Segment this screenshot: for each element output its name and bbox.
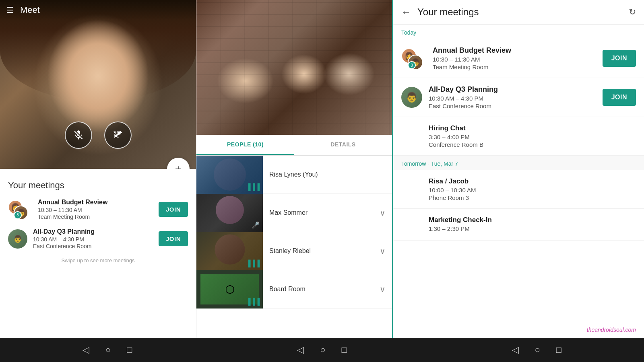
stanley-face (215, 234, 245, 265)
hiring-chat-room: Conference Room B (429, 141, 636, 148)
tomorrow-label: Tomorrow - Tue, Mar 7 (393, 156, 644, 170)
left-panel: ☰ Meet + Your meeting (0, 0, 196, 338)
risa-face (214, 158, 246, 191)
mute-icon-max: 🎤 (252, 221, 260, 229)
middle-panel: PEOPLE (10) DETAILS ▐▐▐ Risa Lynes (You)… (196, 0, 392, 338)
meet-header: ☰ Meet (0, 0, 196, 20)
risa-jacob-item: Risa / Jacob 10:00 – 10:30 AM Phone Room… (393, 170, 644, 209)
right-meeting-room-2: East Conference Room (429, 103, 603, 109)
meeting-title-1: Annual Budget Review (38, 199, 159, 206)
today-label: Today (393, 25, 644, 39)
hiring-chat-time: 3:30 – 4:00 PM (429, 134, 636, 140)
meeting-title-2: All-Day Q3 Planning (33, 228, 159, 235)
attendee-badge: 8 (14, 211, 22, 219)
participant-row-boardroom: ⬡ ▐▐▐ Board Room ∨ (196, 270, 392, 309)
bottom-nav: ◁ ○ □ ◁ ○ □ ◁ ○ □ (0, 338, 644, 362)
risa-jacob-title: Risa / Jacob (429, 177, 636, 185)
right-meeting-time-2: 10:30 AM – 4:30 PM (429, 95, 603, 102)
participants-list: ▐▐▐ Risa Lynes (You) 🎤 Max Sommer ∨ ▐▐▐ (196, 156, 392, 338)
app-title: Meet (20, 5, 40, 15)
marketing-time: 1:30 – 2:30 PM (429, 225, 636, 232)
tabs-bar: PEOPLE (10) DETAILS (196, 135, 392, 156)
expand-icon-stanley[interactable]: ∨ (373, 246, 392, 256)
avatar-face2: 👨 (8, 229, 27, 249)
expand-icon-max[interactable]: ∨ (373, 208, 392, 218)
tab-details[interactable]: DETAILS (294, 135, 392, 155)
nav-group-3: ◁ ○ □ (429, 345, 644, 355)
participant-video-boardroom: ⬡ ▐▐▐ (196, 270, 263, 309)
left-video: ☰ Meet + (0, 0, 196, 169)
camera-off-button[interactable] (104, 121, 132, 149)
call-controls (65, 121, 132, 149)
right-meeting-title-1: Annual Budget Review (433, 46, 603, 55)
group-video (196, 0, 392, 135)
marketing-title: Marketing Check-In (429, 216, 636, 224)
hamburger-icon[interactable]: ☰ (6, 5, 14, 15)
swipe-hint: Swipe up to see more meetings (8, 257, 188, 263)
participant-row-stanley: ▐▐▐ Stanley Riebel ∨ (196, 232, 392, 270)
recents-nav-btn-2[interactable]: □ (341, 345, 347, 355)
recents-nav-btn-1[interactable]: □ (127, 345, 132, 355)
brick-pattern (196, 0, 392, 135)
right-avatar-face3: 👨 (401, 87, 422, 108)
meeting-time-1: 10:30 – 11:30 AM (38, 207, 159, 213)
max-face (216, 196, 244, 224)
right-meeting-info-1: Annual Budget Review 10:30 – 11:30 AM Te… (433, 46, 603, 70)
home-nav-btn-2[interactable]: ○ (320, 345, 325, 355)
participant-name-stanley: Stanley Riebel (263, 247, 373, 255)
participant-name-max: Max Sommer (263, 209, 373, 216)
nav-group-2: ◁ ○ □ (215, 345, 429, 355)
right-header: ← Your meetings ↻ (393, 0, 644, 25)
recents-nav-btn-3[interactable]: □ (556, 345, 561, 355)
home-nav-btn-3[interactable]: ○ (535, 345, 540, 355)
expand-icon-boardroom[interactable]: ∨ (373, 284, 392, 294)
meeting-item-1: 👩 👦 8 Annual Budget Review 10:30 – 11:30… (8, 199, 188, 220)
participant-name-risa: Risa Lynes (You) (263, 171, 392, 178)
back-nav-btn-3[interactable]: ◁ (512, 345, 519, 355)
participant-video-stanley: ▐▐▐ (196, 232, 263, 270)
join-button-2[interactable]: JOIN (159, 231, 188, 246)
right-meeting-room-1: Team Meeting Room (433, 64, 603, 70)
avatar-man2: 👨 (8, 229, 27, 249)
watermark: theandroidsoul.com (587, 327, 636, 333)
audio-on-icon-boardroom: ▐▐▐ (246, 298, 260, 305)
hiring-chat-item: Hiring Chat 3:30 – 4:00 PM Conference Ro… (393, 117, 644, 156)
right-meeting-item-2: 👨 All-Day Q3 Planning 10:30 AM – 4:30 PM… (393, 78, 644, 117)
participant-row-risa: ▐▐▐ Risa Lynes (You) (196, 156, 392, 194)
right-meeting-time-1: 10:30 – 11:30 AM (433, 56, 603, 63)
meeting-info-2: All-Day Q3 Planning 10:30 AM – 4:30 PM E… (33, 228, 159, 249)
right-meeting-avatars-1: 👩 👦 8 (401, 48, 426, 68)
right-meeting-title-2: All-Day Q3 Planning (429, 85, 603, 94)
join-button-1[interactable]: JOIN (159, 202, 188, 217)
refresh-button[interactable]: ↻ (629, 7, 636, 17)
tab-people[interactable]: PEOPLE (10) (196, 135, 294, 155)
left-meetings-panel: Your meetings 👩 👦 8 Annual Budget Review… (0, 169, 196, 338)
right-avatar-man2: 👨 (401, 87, 422, 108)
right-attendee-badge: 8 (408, 61, 416, 69)
participant-name-boardroom: Board Room (263, 286, 373, 293)
mute-button[interactable] (65, 121, 92, 149)
nav-group-1: ◁ ○ □ (0, 345, 215, 355)
marketing-info: Marketing Check-In 1:30 – 2:30 PM (429, 216, 636, 233)
home-nav-btn-1[interactable]: ○ (105, 345, 111, 355)
right-join-button-1[interactable]: JOIN (603, 50, 636, 67)
hiring-chat-info: Hiring Chat 3:30 – 4:00 PM Conference Ro… (429, 124, 636, 148)
risa-jacob-info: Risa / Jacob 10:00 – 10:30 AM Phone Room… (429, 177, 636, 201)
right-meeting-item-1: 👩 👦 8 Annual Budget Review 10:30 – 11:30… (393, 39, 644, 78)
right-join-button-2[interactable]: JOIN (603, 89, 636, 106)
back-nav-btn-2[interactable]: ◁ (297, 345, 304, 355)
meeting-time-2: 10:30 AM – 4:30 PM (33, 236, 159, 243)
marketing-checkin-item: Marketing Check-In 1:30 – 2:30 PM theand… (393, 209, 644, 241)
right-meeting-info-2: All-Day Q3 Planning 10:30 AM – 4:30 PM E… (429, 85, 603, 109)
back-button[interactable]: ← (401, 6, 411, 18)
meeting-info-1: Annual Budget Review 10:30 – 11:30 AM Te… (38, 199, 159, 220)
back-nav-btn-1[interactable]: ◁ (83, 345, 89, 355)
risa-jacob-time: 10:00 – 10:30 AM (429, 187, 636, 193)
risa-jacob-room: Phone Room 3 (429, 194, 636, 201)
participant-video-risa: ▐▐▐ (196, 156, 263, 194)
audio-on-icon-stanley: ▐▐▐ (246, 260, 260, 267)
right-panel: ← Your meetings ↻ Today 👩 👦 8 Annual Bud… (392, 0, 644, 338)
your-meetings-heading: Your meetings (8, 180, 188, 191)
participant-row-max: 🎤 Max Sommer ∨ (196, 194, 392, 232)
right-panel-title: Your meetings (417, 6, 629, 18)
